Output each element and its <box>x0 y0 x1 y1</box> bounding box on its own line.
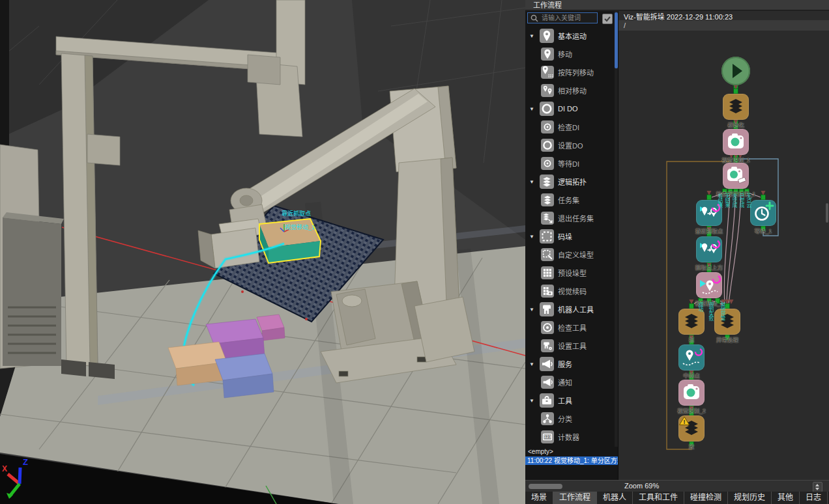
tree-item-label: 检查DI <box>558 122 579 132</box>
grid-icon <box>541 266 554 279</box>
tab-6[interactable]: 其他 <box>772 492 800 504</box>
chevron-down-icon[interactable]: ▼ <box>529 106 536 112</box>
tree-group-0[interactable]: ▼基本运动 <box>525 27 615 45</box>
tree-item-4-0[interactable]: 检查工具 <box>525 318 615 337</box>
status-area: <empty> 11:00:22 视觉移动_1: 单分区方形 <box>525 447 618 480</box>
panel-title: 工作流程 <box>525 0 829 10</box>
tree-item-label: 退出任务集 <box>558 213 594 223</box>
horn-icon <box>541 376 554 389</box>
flow-node-start[interactable] <box>721 57 750 85</box>
camera-icon <box>678 380 705 406</box>
flowchart[interactable]: 初始化视觉识别_1检查视觉结果_1靠近抓取点等待_1抓取点上方视觉移动_1抓异常… <box>618 11 829 480</box>
layers-icon <box>678 309 705 335</box>
edge-label-check-3: 已完成 <box>738 193 744 207</box>
flow-node-vis1[interactable] <box>723 129 749 155</box>
flow-node-init[interactable] <box>723 94 749 120</box>
flow-canvas[interactable]: Viz-智能拆垛 2022-12-29 11:00:23 / 初始化视觉识别_1… <box>618 11 829 480</box>
flow-node-grab[interactable] <box>678 309 705 335</box>
tree-item-0-1[interactable]: 按阵列移动 <box>525 63 615 81</box>
flow-node-vis2[interactable] <box>678 380 705 406</box>
tree-item-2-1[interactable]: 退出任务集 <box>525 209 615 227</box>
flow-node-wait[interactable] <box>750 200 776 226</box>
search-input[interactable] <box>540 14 597 22</box>
tree-item-0-0[interactable]: 移动 <box>525 45 615 63</box>
flow-node-place[interactable]: ! <box>678 415 705 441</box>
flow-node-vmove[interactable] <box>696 272 722 298</box>
vision-move-icon <box>696 272 722 298</box>
tree-group-label: 机器人工具 <box>558 304 594 315</box>
tab-2[interactable]: 机器人 <box>597 492 633 504</box>
tree-group-5[interactable]: ▼服务 <box>525 355 615 373</box>
zoom-increase-icon[interactable] <box>815 484 819 486</box>
tree-item-5-0[interactable]: 通知 <box>525 373 615 391</box>
chevron-down-icon[interactable]: ▼ <box>529 234 536 240</box>
tree-group-1[interactable]: ▼DI DO <box>525 100 615 118</box>
tree-item-0-2[interactable]: 相对移动 <box>525 81 615 100</box>
search-input-box[interactable] <box>527 12 598 23</box>
tree-item-6-0[interactable]: 分类 <box>525 410 615 428</box>
chevron-down-icon[interactable]: ▼ <box>529 179 536 185</box>
vision-move-3d-label: 视觉移动_1 <box>285 223 315 231</box>
chevron-down-icon[interactable]: ▼ <box>529 398 536 404</box>
tree-item-label: 视觉续码 <box>558 286 587 296</box>
pin-pair-icon <box>541 84 554 97</box>
tree-group-label: 基本运动 <box>558 31 587 41</box>
tab-0[interactable]: 场景 <box>525 492 553 504</box>
tree-item-label: 任务集 <box>558 195 579 205</box>
tree-group-label: 服务 <box>558 359 572 369</box>
flow-node-check[interactable] <box>723 163 749 189</box>
counter-icon: 123 <box>541 430 554 443</box>
tab-7[interactable]: 日志 <box>800 492 828 504</box>
status-log-line[interactable]: 11:00:22 视觉移动_1: 单分区方形 <box>525 456 618 465</box>
chevron-down-icon[interactable]: ▼ <box>529 33 536 39</box>
grid-cam-icon <box>541 285 554 298</box>
tree-item-2-0[interactable]: 任务集 <box>525 191 615 209</box>
tree-item-3-1[interactable]: 预设垛型 <box>525 264 615 282</box>
tree-item-3-2[interactable]: 视觉续码 <box>525 282 615 300</box>
toolbox-icon <box>540 393 554 408</box>
ring-di-icon <box>541 120 554 133</box>
edge-label-check-0: 有结果 <box>716 193 723 207</box>
zoom-bar: Zoom 69% <box>525 480 829 492</box>
flow-node-label-place: 放 <box>652 442 731 450</box>
canvas-scrollbar-thumb[interactable] <box>826 203 828 223</box>
tree-item-6-1[interactable]: 123计数器 <box>525 428 615 446</box>
layers-icon <box>541 193 554 206</box>
tab-1[interactable]: 工作流程 <box>553 492 597 504</box>
ring-di-icon <box>541 157 554 170</box>
tab-5[interactable]: 规划历史 <box>728 492 772 504</box>
tree-group-6[interactable]: ▼工具 <box>525 391 615 410</box>
flow-node-except[interactable] <box>714 309 740 335</box>
tree-group-2[interactable]: ▼逻辑拓扑 <box>525 173 615 191</box>
tab-3[interactable]: 工具和工件 <box>633 492 684 504</box>
flow-node-mid[interactable] <box>678 344 705 371</box>
step-tree: ▼基本运动移动按阵列移动相对移动▼DI DO检查DI设置DO等待DI▼逻辑拓扑任… <box>525 27 615 447</box>
axis-x-label: X <box>2 464 7 473</box>
tree-item-3-0[interactable]: 自定义垛型 <box>525 245 615 264</box>
flow-node-above[interactable] <box>696 236 722 262</box>
tree-group-4[interactable]: ▼机器人工具 <box>525 300 615 318</box>
camera-check-icon <box>723 163 749 189</box>
chevron-down-icon[interactable]: ▼ <box>529 361 536 367</box>
viewport-3d[interactable]: 靠近抓取点 视觉移动_1 X Z <box>0 0 525 504</box>
tree-group-label: 码垛 <box>558 231 572 242</box>
edge-label-check-2: 未完成 <box>731 193 737 207</box>
svg-text:123: 123 <box>544 434 551 439</box>
mini-progress-pill <box>529 484 562 489</box>
zoom-decrease-icon[interactable] <box>815 488 819 490</box>
search-filter-checkbox[interactable] <box>602 14 613 24</box>
tree-item-4-1[interactable]: 设置工具 <box>525 337 615 355</box>
edge-label-check-4: 无点云 <box>745 193 751 207</box>
flow-node-label-except: 异常处理 <box>688 335 766 343</box>
zoom-stepper[interactable] <box>813 482 822 492</box>
tree-item-1-2[interactable]: 等待DI <box>525 154 615 173</box>
axis-z-label: Z <box>23 457 28 467</box>
tab-4[interactable]: 碰撞检测 <box>684 492 728 504</box>
tree-group-3[interactable]: ▼码垛 <box>525 227 615 245</box>
chevron-down-icon[interactable]: ▼ <box>529 307 536 313</box>
tree-item-label: 等待DI <box>558 158 579 169</box>
tree-item-1-1[interactable]: 设置DO <box>525 136 615 154</box>
pins-arrow-icon <box>696 236 722 262</box>
tree-item-label: 计数器 <box>558 432 579 442</box>
tree-item-1-0[interactable]: 检查DI <box>525 118 615 136</box>
